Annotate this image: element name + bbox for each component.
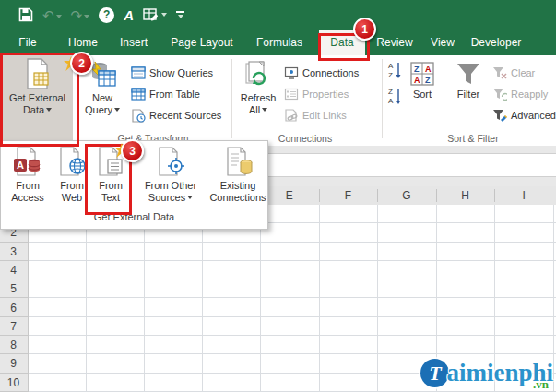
row-header-7[interactable]: 7 (0, 317, 27, 336)
group-label-sort-filter: Sort & Filter (404, 133, 542, 144)
sheet-edit-icon[interactable] (143, 7, 167, 22)
from-table-button[interactable]: From Table (131, 86, 200, 102)
tab-file[interactable]: File (9, 30, 46, 55)
show-queries-icon (131, 66, 146, 79)
from-other-sources-icon (155, 147, 186, 176)
svg-text:Z: Z (388, 88, 393, 96)
row-header-5[interactable]: 5 (0, 279, 27, 298)
tab-developer[interactable]: Developer (468, 30, 524, 55)
gridline (553, 205, 554, 392)
tab-formulas[interactable]: Formulas (251, 30, 308, 55)
sort-icon: ZAAZ (410, 62, 434, 86)
connections-icon (284, 66, 299, 79)
redo-icon: ↷ (71, 8, 90, 22)
tab-page-layout[interactable]: Page Layout (169, 30, 235, 55)
from-web-icon (56, 147, 88, 176)
svg-text:Z: Z (414, 65, 420, 74)
button-label: New (92, 92, 112, 104)
watermark-tld: .vn (533, 377, 549, 392)
filter-button[interactable]: Filter (449, 59, 488, 101)
row-header-4[interactable]: 4 (0, 261, 27, 279)
dropdown-arrow-icon (187, 196, 193, 199)
button-label: Data (23, 104, 52, 116)
row-header-6[interactable]: 6 (0, 299, 27, 317)
sort-ascending-button[interactable]: AZ (387, 61, 403, 79)
undo-icon: ↶ (42, 8, 62, 22)
show-queries-button[interactable]: Show Queries (131, 65, 213, 81)
customize-qat-icon[interactable] (176, 11, 184, 18)
edit-links-button: Edit Links (284, 107, 347, 124)
from-table-icon (131, 88, 146, 101)
reapply-filter-icon (492, 88, 507, 101)
annotation-step-1: 1 (353, 18, 376, 41)
row-header-10[interactable]: 10 (0, 374, 27, 392)
gridline (260, 205, 261, 392)
menu-item-from-access[interactable]: A From Access (5, 145, 51, 211)
button-label: Refresh (241, 92, 277, 104)
font-tool-icon[interactable]: A (124, 8, 134, 22)
column-header-i[interactable]: I (494, 186, 553, 205)
sort-descending-button[interactable]: ZA (387, 87, 403, 105)
menu-item-existing-connections[interactable]: Existing Connections (209, 145, 266, 211)
filter-icon (455, 62, 481, 86)
clear-filter-button: Clear (492, 65, 535, 81)
gridline (86, 205, 87, 392)
tab-insert[interactable]: Insert (114, 30, 153, 55)
button-label: All (249, 104, 267, 116)
gridline (377, 205, 378, 392)
get-external-data-button[interactable]: Get External Data (2, 55, 73, 141)
reapply-filter-button: Reapply (492, 86, 548, 102)
column-header-h[interactable]: H (436, 186, 495, 205)
svg-text:A: A (425, 65, 432, 74)
properties-icon (284, 88, 299, 101)
column-header-f[interactable]: F (319, 186, 378, 205)
menu-item-from-web[interactable]: From Web (53, 145, 91, 211)
title-bar: ↶ ↷ ? A (0, 0, 556, 30)
recent-sources-icon (131, 109, 146, 123)
svg-text:A: A (388, 62, 394, 70)
edit-links-icon (284, 109, 299, 122)
svg-text:Z: Z (388, 71, 393, 79)
gridline (319, 205, 320, 392)
help-icon[interactable]: ? (99, 7, 114, 23)
svg-text:A: A (388, 97, 394, 105)
column-header-e[interactable]: E (260, 186, 319, 205)
gridline (144, 205, 145, 392)
button-label: Filter (457, 89, 479, 101)
row-header-3[interactable]: 3 (0, 243, 27, 261)
refresh-all-icon (244, 60, 272, 89)
clear-filter-icon (492, 66, 507, 79)
excel-window: ↶ ↷ ? A File Home Insert Page Layout For… (0, 0, 556, 392)
properties-button: Properties (284, 86, 349, 102)
column-header-g[interactable]: G (377, 186, 436, 205)
from-access-icon: A (12, 147, 43, 176)
svg-text:A: A (17, 160, 24, 171)
get-external-data-icon (24, 58, 52, 89)
row-header-gutter: 2345678910 (0, 205, 29, 392)
svg-text:Z: Z (425, 76, 431, 85)
advanced-filter-button[interactable]: Advanced (492, 107, 556, 124)
button-label: Sort (413, 89, 432, 101)
svg-text:A: A (414, 76, 420, 85)
recent-sources-button[interactable]: Recent Sources (131, 107, 221, 124)
watermark-logo-icon: T (420, 359, 449, 387)
button-label: Query (85, 104, 120, 116)
row-header-9[interactable]: 9 (0, 354, 27, 373)
existing-connections-icon (222, 147, 254, 176)
button-label: Get External (9, 92, 65, 104)
save-icon[interactable] (18, 7, 33, 22)
connections-button[interactable]: Connections (284, 65, 359, 81)
tab-view[interactable]: View (426, 30, 459, 55)
annotation-step-3: 3 (121, 139, 144, 162)
sort-button[interactable]: ZAAZ Sort (404, 59, 441, 101)
quick-access-toolbar: ↶ ↷ ? A (18, 7, 184, 23)
tab-review[interactable]: Review (373, 30, 416, 55)
gridline (202, 205, 203, 392)
row-header-8[interactable]: 8 (0, 336, 27, 354)
refresh-all-button[interactable]: Refresh All (236, 57, 280, 116)
advanced-filter-icon (492, 109, 507, 122)
menu-footer-label: Get External Data (1, 211, 267, 222)
annotation-step-2: 2 (70, 52, 93, 75)
